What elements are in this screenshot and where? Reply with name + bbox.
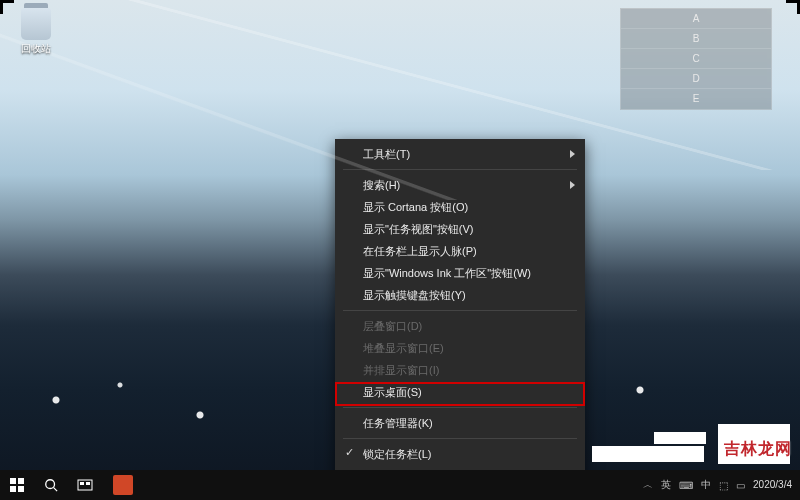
widget-row[interactable]: A — [621, 9, 771, 29]
search-icon — [44, 478, 58, 492]
svg-rect-1 — [18, 478, 24, 484]
taskbar-clock[interactable]: 2020/3/4 — [753, 470, 800, 500]
widget-row[interactable]: E — [621, 89, 771, 109]
svg-rect-8 — [86, 482, 90, 485]
widget-row[interactable]: D — [621, 69, 771, 89]
menu-show-taskview[interactable]: 显示"任务视图"按钮(V) — [335, 218, 585, 240]
taskview-icon — [77, 479, 93, 491]
menu-show-cortana[interactable]: 显示 Cortana 按钮(O) — [335, 196, 585, 218]
menu-separator — [343, 169, 577, 170]
ime-keyboard-icon[interactable]: ⌨ — [679, 480, 693, 491]
system-tray[interactable]: ︿ 英 ⌨ 中 ⬚ ▭ — [635, 478, 753, 492]
widget-row[interactable]: B — [621, 29, 771, 49]
ime-lang-indicator[interactable]: 中 — [701, 478, 711, 492]
menu-search[interactable]: 搜索(H) — [335, 174, 585, 196]
menu-cascade-windows: 层叠窗口(D) — [335, 315, 585, 337]
start-button[interactable] — [0, 470, 34, 500]
svg-line-5 — [54, 488, 58, 492]
app-icon — [113, 475, 133, 495]
editorial-patch — [592, 446, 704, 462]
menu-side-by-side: 并排显示窗口(I) — [335, 359, 585, 381]
widget-row[interactable]: C — [621, 49, 771, 69]
site-watermark: 吉林龙网 — [724, 439, 792, 460]
search-button[interactable] — [34, 470, 68, 500]
menu-toolbars[interactable]: 工具栏(T) — [335, 143, 585, 165]
taskbar-context-menu: 工具栏(T) 搜索(H) 显示 Cortana 按钮(O) 显示"任务视图"按钮… — [335, 139, 585, 491]
menu-show-desktop[interactable]: 显示桌面(S) — [335, 381, 585, 403]
menu-separator — [343, 310, 577, 311]
windows-logo-icon — [10, 478, 24, 492]
menu-separator — [343, 407, 577, 408]
menu-task-manager[interactable]: 任务管理器(K) — [335, 412, 585, 434]
svg-point-4 — [46, 480, 55, 489]
svg-rect-3 — [18, 486, 24, 492]
menu-lock-taskbar[interactable]: 锁定任务栏(L) — [335, 443, 585, 465]
editorial-patch — [654, 432, 706, 444]
menu-stack-windows: 堆叠显示窗口(E) — [335, 337, 585, 359]
menu-show-ink[interactable]: 显示"Windows Ink 工作区"按钮(W) — [335, 262, 585, 284]
recycle-bin-icon[interactable]: 回收站 — [10, 8, 62, 56]
menu-separator — [343, 438, 577, 439]
taskview-button[interactable] — [68, 470, 102, 500]
pinned-app-powerpoint[interactable] — [106, 470, 140, 500]
recycle-bin-label: 回收站 — [21, 43, 51, 54]
menu-show-touch-keyboard[interactable]: 显示触摸键盘按钮(Y) — [335, 284, 585, 306]
network-icon[interactable]: ⬚ — [719, 480, 728, 491]
svg-rect-7 — [80, 482, 84, 485]
ime-indicator[interactable]: 英 — [661, 478, 671, 492]
desktop-wallpaper[interactable]: 回收站 A B C D E 工具栏(T) 搜索(H) 显示 Cortana 按钮… — [0, 0, 800, 500]
svg-rect-0 — [10, 478, 16, 484]
tray-chevron-up-icon[interactable]: ︿ — [643, 478, 653, 492]
menu-show-people[interactable]: 在任务栏上显示人脉(P) — [335, 240, 585, 262]
desktop-widget[interactable]: A B C D E — [620, 8, 772, 110]
svg-rect-2 — [10, 486, 16, 492]
action-center-icon[interactable]: ▭ — [736, 480, 745, 491]
taskbar[interactable]: ︿ 英 ⌨ 中 ⬚ ▭ 2020/3/4 — [0, 470, 800, 500]
trash-icon — [21, 8, 51, 40]
